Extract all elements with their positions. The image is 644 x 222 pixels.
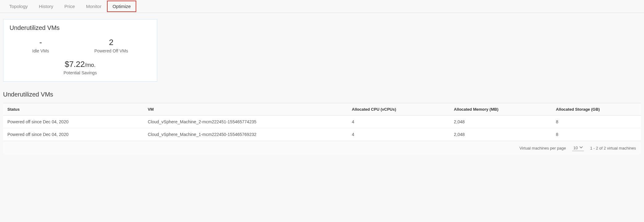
idle-vms-value: - <box>32 38 49 47</box>
col-header-vm[interactable]: VM <box>143 103 347 116</box>
cell-storage: 8 <box>552 116 641 128</box>
cell-memory: 2,048 <box>449 128 552 141</box>
cell-storage: 8 <box>552 128 641 141</box>
powered-off-vms-label: Powered Off VMs <box>94 48 128 53</box>
powered-off-vms-value: 2 <box>94 38 128 47</box>
tab-bar: Topology History Price Monitor Optimize <box>0 0 644 13</box>
vms-table: Status VM Allocated CPU (vCPUs) Allocate… <box>3 103 641 141</box>
savings-value: $7.22 <box>65 60 85 69</box>
section-title: Underutilized VMs <box>3 91 641 98</box>
tab-history[interactable]: History <box>33 0 59 13</box>
page-size-value: 10 <box>573 146 578 150</box>
tab-price[interactable]: Price <box>59 0 80 13</box>
cell-cpu: 4 <box>347 128 449 141</box>
pagination-bar: Virtual machines per page 10 1 - 2 of 2 … <box>3 141 641 155</box>
savings-label: Potential Savings <box>10 70 151 75</box>
tab-monitor[interactable]: Monitor <box>80 0 107 13</box>
savings-line: $7.22/mo. <box>10 60 151 69</box>
per-page-label: Virtual machines per page <box>519 146 566 150</box>
table-row[interactable]: Powered off since Dec 04, 2020 Cloud_vSp… <box>3 128 641 141</box>
col-header-status[interactable]: Status <box>3 103 143 116</box>
pagination-range: 1 - 2 of 2 virtual machines <box>590 146 636 150</box>
col-header-storage[interactable]: Allocated Storage (GB) <box>552 103 641 116</box>
cell-status: Powered off since Dec 04, 2020 <box>3 116 143 128</box>
savings-suffix: /mo. <box>85 62 96 68</box>
idle-vms-label: Idle VMs <box>32 48 49 53</box>
cell-vm: Cloud_vSphere_Machine_1-mcm222450-155465… <box>143 128 347 141</box>
content-area: Underutilized VMs - Idle VMs 2 Powered O… <box>0 13 644 158</box>
underutilized-vms-card: Underutilized VMs - Idle VMs 2 Powered O… <box>3 19 157 82</box>
powered-off-vms-stat: 2 Powered Off VMs <box>94 38 128 53</box>
cell-vm: Cloud_vSphere_Machine_2-mcm222451-155465… <box>143 116 347 128</box>
potential-savings: $7.22/mo. Potential Savings <box>10 60 151 75</box>
col-header-memory[interactable]: Allocated Memory (MB) <box>449 103 552 116</box>
table-header-row: Status VM Allocated CPU (vCPUs) Allocate… <box>3 103 641 116</box>
page-size-select[interactable]: 10 <box>572 145 584 151</box>
card-title: Underutilized VMs <box>10 24 151 31</box>
cell-cpu: 4 <box>347 116 449 128</box>
tab-topology[interactable]: Topology <box>4 0 33 13</box>
idle-vms-stat: - Idle VMs <box>32 38 49 53</box>
col-header-cpu[interactable]: Allocated CPU (vCPUs) <box>347 103 449 116</box>
cell-memory: 2,048 <box>449 116 552 128</box>
tab-optimize[interactable]: Optimize <box>107 1 136 12</box>
stats-row: - Idle VMs 2 Powered Off VMs <box>10 38 151 53</box>
chevron-down-icon <box>580 146 583 150</box>
table-row[interactable]: Powered off since Dec 04, 2020 Cloud_vSp… <box>3 116 641 128</box>
cell-status: Powered off since Dec 04, 2020 <box>3 128 143 141</box>
